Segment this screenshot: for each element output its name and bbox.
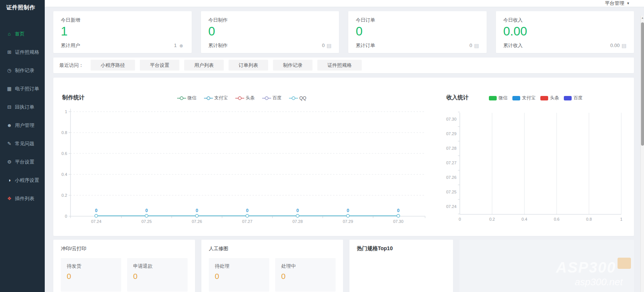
svg-text:07.28: 07.28 [292,219,303,224]
svg-text:07.24: 07.24 [446,204,456,209]
dashboard-content: 今日新增1累计用户1☻今日制作0累计制作0▤今日订单0累计订单0▤今日收入0.0… [45,7,644,292]
miniprogram-icon: ◑ [6,177,12,183]
stat-label: 今日订单 [356,17,479,24]
charts-panel: 制作统计 微信支付宝头条百度QQ 收入统计 微信支付宝头条百度 00.20.40… [53,78,634,236]
scrollbar-thumb[interactable] [641,22,644,146]
sidebar-item-label: 插件列表 [15,195,34,202]
stat-total-label: 累计收入 [503,42,523,49]
svg-text:07.30: 07.30 [393,219,403,224]
stat-total-row: 累计用户1☻ [61,42,184,49]
sub-stat-value: 0 [67,272,115,281]
sidebar-item-label: 电子照订单 [15,86,39,92]
sidebar-item-7[interactable]: ✎常见问题 [0,134,45,153]
sidebar-item-label: 常见问题 [15,140,34,147]
svg-text:07.30: 07.30 [446,117,456,121]
svg-text:07.25: 07.25 [141,219,152,224]
svg-text:0.6: 0.6 [554,217,559,221]
home-icon: ⌂ [6,31,12,37]
svg-text:0.2: 0.2 [62,193,67,198]
vertical-scrollbar[interactable]: ▲ [640,16,644,292]
svg-text:07.24: 07.24 [91,219,101,224]
plugin-icon: ❖ [6,196,12,201]
clock-icon: ◷ [6,68,12,73]
panel-1: 冲印/云打印待发货0申请退款0 [53,240,195,292]
sub-stat-value: 0 [133,272,182,281]
svg-text:0.6: 0.6 [62,151,67,156]
stat-total-label: 累计制作 [208,42,228,49]
sub-stat-value: 0 [281,272,330,281]
stat-total-number: 0 [469,43,472,48]
sidebar-item-8[interactable]: ⚙平台设置 [0,153,45,171]
sidebar-item-9[interactable]: ◑小程序设置 [0,171,45,189]
grid-icon: ⊞ [6,49,12,55]
svg-text:0.2: 0.2 [489,217,495,221]
stat-total-number: 1 [174,43,177,48]
sub-stat-处理中: 处理中0 [275,258,336,292]
sub-stat-value: 0 [215,272,263,281]
sub-stat-申请退款: 申请退款0 [127,258,188,292]
sub-stat-待发货: 待发货0 [61,258,121,292]
printer-icon: ⊟ [6,104,12,110]
sub-stat-label: 处理中 [281,263,330,270]
faq-doc-icon: ✎ [6,141,12,146]
scroll-up-icon[interactable]: ▲ [641,16,644,19]
svg-text:0.8: 0.8 [586,217,592,221]
quick-link-5[interactable]: 制作记录 [273,60,312,71]
bottom-panels-row: 冲印/云打印待发货0申请退款0人工修图待处理0处理中0热门规格Top10ASP3… [53,240,634,292]
sidebar-item-10[interactable]: ❖插件列表 [0,189,45,208]
quick-link-2[interactable]: 平台设置 [140,60,179,71]
sub-stat-label: 申请退款 [133,263,182,270]
svg-text:0: 0 [246,208,249,213]
svg-text:07.26: 07.26 [192,219,202,224]
stat-total-row: 累计制作0▤ [208,42,332,49]
sidebar-item-3[interactable]: ◷制作记录 [0,61,45,80]
user-icon: ☻ [179,43,184,49]
svg-text:0: 0 [296,208,299,213]
sidebar-item-6[interactable]: ☻用户管理 [0,116,45,134]
svg-text:0: 0 [196,208,198,213]
quick-link-3[interactable]: 用户列表 [184,60,224,71]
clipboard-icon: ▤ [474,43,479,49]
watermark-panel: ASP300asp300.net [459,240,634,292]
gear-icon: ⚙ [6,159,12,165]
sidebar-item-5[interactable]: ⊟回执订单 [0,98,45,116]
svg-text:0.4: 0.4 [62,172,67,177]
panel-title: 人工修图 [209,245,336,252]
stat-total-row: 累计收入0.00▤ [503,42,627,49]
clipboard-icon: ▤ [622,43,626,49]
svg-text:0: 0 [397,208,400,213]
sidebar-item-label: 证件照规格 [15,49,39,56]
svg-text:07.27: 07.27 [242,219,252,224]
stat-total-label: 累计用户 [61,42,80,49]
sidebar-item-2[interactable]: ⊞证件照规格 [0,43,45,61]
sidebar-item-1[interactable]: ⌂首页 [0,25,45,43]
stat-total-value: 0▤ [469,43,479,49]
svg-text:1: 1 [620,217,622,221]
svg-text:0.4: 0.4 [522,217,527,221]
stat-total-value: 1☻ [174,43,184,49]
quick-link-6[interactable]: 证件照规格 [317,60,362,71]
caret-down-icon: ▼ [626,1,630,5]
stat-value: 0 [208,24,332,39]
stat-card-2: 今日制作0累计制作0▤ [201,11,339,53]
stat-value: 1 [61,24,184,39]
quick-link-4[interactable]: 订单列表 [229,60,268,71]
sidebar-item-4[interactable]: ▦电子照订单 [0,80,45,98]
stats-row: 今日新增1累计用户1☻今日制作0累计制作0▤今日订单0累计订单0▤今日收入0.0… [53,11,634,53]
stat-value: 0 [356,24,479,39]
svg-text:0: 0 [95,208,98,213]
stat-total-value: 0▤ [322,43,332,49]
app-title: 证件照制作 [0,0,45,11]
sidebar-item-label: 小程序设置 [15,177,39,184]
quick-link-1[interactable]: 小程序路径 [91,60,135,71]
top-navbar: 平台管理 ▼ [45,0,644,7]
svg-text:0: 0 [65,214,67,218]
svg-text:07.26: 07.26 [446,175,456,180]
platform-admin-dropdown[interactable]: 平台管理 ▼ [605,0,630,7]
watermark-url: asp300.net [575,276,623,288]
svg-text:07.25: 07.25 [446,190,456,194]
svg-text:07.27: 07.27 [446,161,456,165]
watermark-text: ASP300 [556,259,616,276]
stat-total-label: 累计订单 [356,42,375,49]
watermark-badge [618,258,631,269]
